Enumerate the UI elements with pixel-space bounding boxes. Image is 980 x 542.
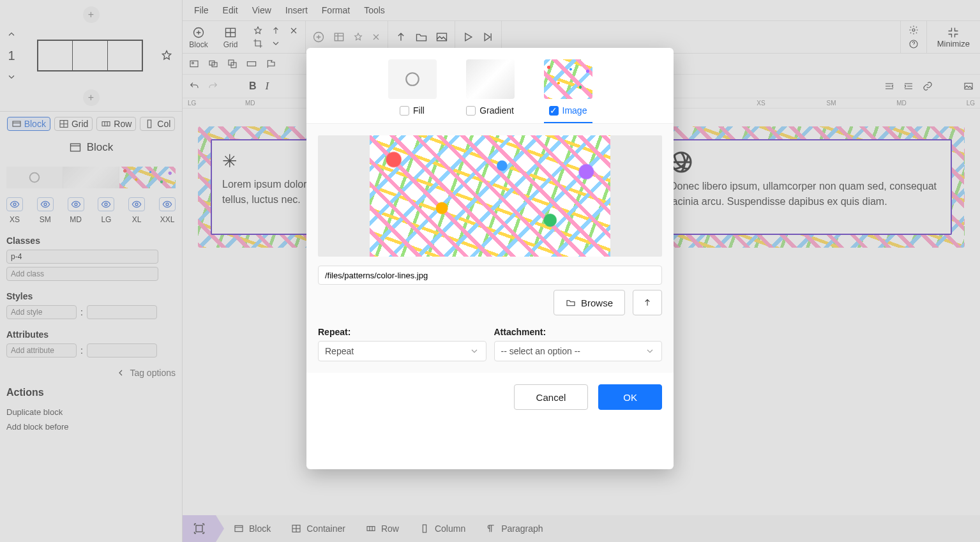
image-path-input[interactable] [318, 266, 662, 285]
chevron-down-icon [645, 346, 655, 356]
ok-button[interactable]: OK [598, 384, 662, 410]
repeat-select[interactable]: Repeat [318, 341, 486, 361]
repeat-label: Repeat: [318, 327, 351, 337]
folder-icon [566, 297, 576, 308]
svg-point-33 [406, 73, 419, 86]
image-preview [318, 135, 662, 257]
tab-fill[interactable]: Fill [388, 59, 437, 123]
attachment-select[interactable]: -- select an option -- [494, 341, 663, 361]
chevron-down-icon [469, 346, 479, 356]
circle-icon [404, 71, 421, 87]
attachment-label: Attachment: [494, 327, 547, 337]
arrow-up-icon [642, 297, 652, 308]
tab-image[interactable]: ✓Image [544, 59, 592, 123]
cancel-button[interactable]: Cancel [514, 384, 589, 410]
modal-scrim[interactable]: Fill Gradient ✓Image Browse [0, 0, 980, 542]
tab-gradient[interactable]: Gradient [466, 59, 515, 123]
background-modal: Fill Gradient ✓Image Browse [306, 48, 674, 469]
browse-button[interactable]: Browse [554, 290, 625, 315]
upload-button[interactable] [633, 290, 662, 315]
